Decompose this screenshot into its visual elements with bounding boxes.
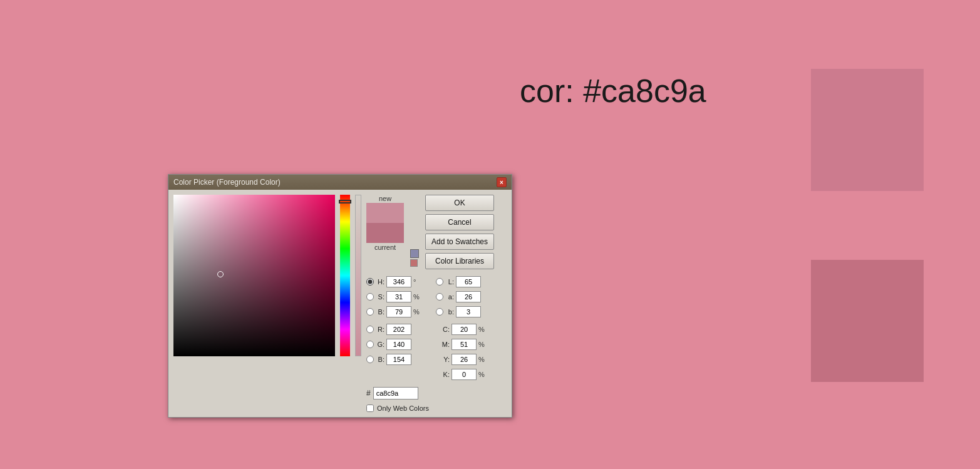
hex-input[interactable] <box>373 387 418 399</box>
field-row-R: R: <box>366 323 422 336</box>
color-new-swatch <box>366 203 404 223</box>
unit-M: % <box>478 341 487 348</box>
input-K[interactable] <box>451 369 477 380</box>
input-M[interactable] <box>451 339 477 350</box>
color-field[interactable] <box>173 195 335 356</box>
swatch-top-right <box>811 69 924 191</box>
color-current-swatch <box>366 223 404 243</box>
label-R: R: <box>376 326 384 333</box>
web-colors-row: Only Web Colors <box>366 405 507 412</box>
label-Y: Y: <box>436 356 450 363</box>
input-C[interactable] <box>451 324 477 335</box>
radio-a[interactable] <box>436 293 443 301</box>
radio-B[interactable] <box>366 308 374 316</box>
web-colors-label: Only Web Colors <box>377 405 429 412</box>
radio-L[interactable] <box>436 278 443 286</box>
hex-row: # <box>366 387 507 399</box>
label-C: C: <box>436 326 450 333</box>
color-field-cursor <box>217 271 224 277</box>
unit-S: % <box>413 293 422 301</box>
unit-H: ° <box>413 278 422 286</box>
preview-and-buttons: new current OK Cancel Add to Swatches Co… <box>366 195 507 269</box>
input-b-lab[interactable] <box>456 306 481 317</box>
input-H[interactable] <box>386 276 411 287</box>
color-icon-cube <box>410 249 419 258</box>
input-G[interactable] <box>386 339 411 350</box>
alpha-strip[interactable] <box>355 195 361 356</box>
field-row-C: C: % <box>436 323 487 336</box>
input-L[interactable] <box>456 276 481 287</box>
unit-C: % <box>478 326 487 333</box>
right-panel: new current OK Cancel Add to Swatches Co… <box>366 195 507 412</box>
label-B2: B: <box>376 356 384 363</box>
field-row-b-lab: b: <box>436 306 487 318</box>
dialog-body: new current OK Cancel Add to Swatches Co… <box>168 190 512 417</box>
radio-H[interactable] <box>366 278 374 286</box>
fields-container: H: ° S: % B: % <box>366 276 507 381</box>
field-row-G: G: <box>366 338 422 351</box>
input-a[interactable] <box>456 291 481 302</box>
radio-b-lab[interactable] <box>436 308 443 316</box>
field-row-B2: B: <box>366 353 422 366</box>
unit-B: % <box>413 308 422 316</box>
swatch-bottom-right <box>811 260 924 382</box>
color-picker-dialog: Color Picker (Foreground Color) × new <box>168 174 512 418</box>
color-icon-small <box>410 259 418 267</box>
radio-B2[interactable] <box>366 356 374 363</box>
label-b-lab: b: <box>445 308 454 316</box>
radio-S[interactable] <box>366 293 374 301</box>
label-L: L: <box>445 278 454 286</box>
label-G: G: <box>376 341 384 348</box>
field-row-K: K: % <box>436 368 487 381</box>
field-row-L: L: <box>436 276 487 288</box>
preview-block: new current <box>366 195 404 251</box>
current-label: current <box>366 244 404 251</box>
button-group: OK Cancel Add to Swatches Color Librarie… <box>425 195 494 269</box>
input-R[interactable] <box>386 324 411 335</box>
field-row-a: a: <box>436 291 487 303</box>
field-row-B: B: % <box>366 306 422 318</box>
field-row-Y: Y: % <box>436 353 487 366</box>
web-colors-checkbox[interactable] <box>366 405 374 412</box>
new-label: new <box>366 195 404 202</box>
cancel-button[interactable]: Cancel <box>425 214 494 230</box>
field-row-H: H: ° <box>366 276 422 288</box>
input-Y[interactable] <box>451 354 477 365</box>
label-S: S: <box>376 293 384 301</box>
label-K: K: <box>436 371 450 378</box>
right-fields: L: a: b: C: <box>436 276 487 381</box>
color-label: cor: #ca8c9a <box>520 72 706 110</box>
radio-G[interactable] <box>366 341 374 348</box>
input-S[interactable] <box>386 291 411 302</box>
hex-hash: # <box>366 389 371 398</box>
field-row-S: S: % <box>366 291 422 303</box>
color-libraries-button[interactable]: Color Libraries <box>425 253 494 269</box>
label-a: a: <box>445 293 454 301</box>
dialog-titlebar: Color Picker (Foreground Color) × <box>168 175 512 190</box>
input-B[interactable] <box>386 306 411 317</box>
input-B2[interactable] <box>386 354 411 365</box>
add-to-swatches-button[interactable]: Add to Swatches <box>425 234 494 250</box>
label-B: B: <box>376 308 384 316</box>
hue-slider-container[interactable] <box>340 195 350 356</box>
color-field-container[interactable] <box>173 195 335 356</box>
field-row-M: M: % <box>436 338 487 351</box>
unit-Y: % <box>478 356 487 363</box>
close-button[interactable]: × <box>497 177 507 187</box>
ok-button[interactable]: OK <box>425 195 494 211</box>
unit-K: % <box>478 371 487 378</box>
radio-R[interactable] <box>366 326 374 333</box>
hue-slider[interactable] <box>340 195 350 356</box>
label-M: M: <box>436 341 450 348</box>
dialog-title: Color Picker (Foreground Color) <box>173 178 281 187</box>
label-H: H: <box>376 278 384 286</box>
left-fields: H: ° S: % B: % <box>366 276 422 381</box>
